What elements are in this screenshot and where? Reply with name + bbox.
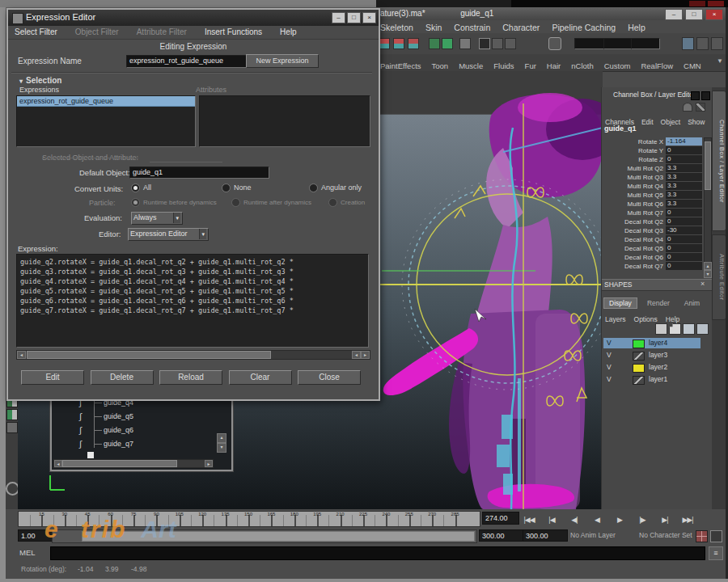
- attr-value[interactable]: 3.3: [666, 173, 702, 181]
- menu-pipeline-caching[interactable]: Pipeline Caching: [552, 21, 616, 34]
- outliner-hscrollbar[interactable]: ◂ ▸: [53, 459, 214, 468]
- attr-value[interactable]: 0: [666, 235, 702, 243]
- input-field-z[interactable]: [631, 38, 660, 49]
- attr-value[interactable]: -1.164: [666, 137, 702, 146]
- tab-attribute-editor[interactable]: Attribute Editor: [712, 234, 726, 320]
- attributes-list[interactable]: [199, 95, 370, 147]
- snap-grid-icon[interactable]: [379, 38, 390, 49]
- tab-display[interactable]: Display: [603, 297, 637, 309]
- layer-item-layer1[interactable]: Vlayer1: [603, 374, 700, 385]
- attr-value[interactable]: 3.3: [666, 182, 702, 190]
- render-settings-icon[interactable]: [505, 38, 516, 49]
- command-line-input[interactable]: [50, 546, 705, 560]
- menu-skeleton[interactable]: Skeleton: [380, 21, 413, 34]
- script-editor-icon[interactable]: ≡: [709, 546, 723, 560]
- panel-toggle-icon[interactable]: [711, 37, 723, 50]
- cb-menu-object[interactable]: Object: [661, 118, 681, 126]
- snap-curve-icon[interactable]: [393, 38, 404, 49]
- new-layer-icon[interactable]: [669, 323, 681, 335]
- expression-editor-titlebar[interactable]: Expression Editor –□×: [8, 10, 379, 26]
- radio-runtime-after-dynamics[interactable]: Runtime after dynamics: [231, 198, 328, 207]
- scroll-right-icon[interactable]: ▸: [205, 460, 213, 467]
- radio-creation[interactable]: Creation: [328, 198, 377, 207]
- pin-icon[interactable]: [683, 103, 692, 112]
- delete-button[interactable]: Delete: [91, 370, 154, 385]
- new-layer-selected-icon[interactable]: [683, 323, 695, 335]
- close-button[interactable]: Close: [298, 370, 361, 385]
- layer-menu-layers[interactable]: Layers: [605, 315, 626, 323]
- reload-button[interactable]: Reload: [159, 370, 222, 385]
- layer-color-swatch[interactable]: [633, 352, 645, 361]
- cb-menu-edit[interactable]: Edit: [641, 118, 654, 126]
- shelf-tab-hair[interactable]: Hair: [547, 61, 561, 70]
- attr-value[interactable]: 0: [666, 155, 702, 163]
- layer-menu-options[interactable]: Options: [634, 315, 658, 323]
- outliner-partial-item-icon[interactable]: [87, 452, 94, 458]
- menu-help[interactable]: Help: [628, 21, 645, 34]
- radio-runtime-before-dynamics[interactable]: Runtime before dynamics: [131, 198, 231, 207]
- tab-anim[interactable]: Anim: [679, 298, 705, 308]
- go-to-start-button[interactable]: |◀◀: [518, 513, 540, 526]
- sidebar-toggle-icon[interactable]: [682, 37, 694, 50]
- panel-dock-icon[interactable]: [691, 91, 700, 100]
- attr-value[interactable]: 3.3: [666, 164, 702, 172]
- render-icon[interactable]: [479, 38, 490, 49]
- ee-minimize-button[interactable]: –: [332, 12, 345, 23]
- outliner-item-guide_q6[interactable]: ∫guide_q6: [52, 424, 231, 437]
- attr-value[interactable]: 0: [666, 209, 702, 217]
- attr-value[interactable]: 3.3: [666, 191, 702, 199]
- layer-visibility-toggle[interactable]: V: [607, 374, 612, 385]
- layer-item-layer4[interactable]: Vlayer4: [603, 338, 700, 348]
- step-back-key-button[interactable]: |◀: [540, 513, 563, 526]
- character-set-selector[interactable]: No Character Set: [639, 531, 692, 539]
- ee-menu-select-filter[interactable]: Select Filter: [15, 26, 57, 39]
- snap-point-icon[interactable]: [408, 38, 419, 49]
- go-to-end-button[interactable]: ▶▶|: [676, 513, 699, 526]
- radio-none[interactable]: None: [222, 183, 309, 192]
- attr-value[interactable]: 3.3: [666, 200, 702, 208]
- manipulator-link-icon[interactable]: [696, 103, 705, 112]
- cb-menu-show[interactable]: Show: [688, 118, 705, 126]
- maximize-button[interactable]: □: [685, 9, 703, 20]
- expression-list-item-selected[interactable]: expression_rot_guide_queue: [17, 96, 195, 107]
- layer-item-layer2[interactable]: Vlayer2: [603, 362, 700, 373]
- shelf-tab-fur[interactable]: Fur: [525, 61, 536, 70]
- expression-text-area[interactable]: guide_q2.rotateX = guide_q1.decal_rot_q2…: [16, 254, 369, 348]
- ee-menu-help[interactable]: Help: [280, 26, 297, 39]
- radio-angular-only[interactable]: Angular only: [309, 183, 382, 192]
- shapes-header[interactable]: SHAPES ×: [602, 279, 713, 291]
- menu-skin[interactable]: Skin: [425, 21, 442, 34]
- play-backward-button[interactable]: ◀: [586, 513, 608, 526]
- shelf-tab-ncloth[interactable]: nCloth: [571, 61, 593, 70]
- close-button[interactable]: ×: [705, 9, 723, 20]
- layer-item-layer3[interactable]: Vlayer3: [603, 350, 700, 361]
- tool-icon[interactable]: [6, 409, 18, 420]
- scroll-down-icon[interactable]: ▾: [704, 270, 712, 278]
- empty-layer-icon[interactable]: [655, 323, 667, 335]
- scroll-right-icon[interactable]: ▸: [361, 351, 370, 359]
- range-end-field-a[interactable]: 300.00: [479, 529, 524, 542]
- outliner-item-guide_q7[interactable]: ∫guide_q7: [52, 437, 231, 451]
- outliner-item-guide_q5[interactable]: ∫guide_q5: [52, 410, 231, 424]
- selection-section-header[interactable]: ▾Selection: [19, 76, 61, 85]
- layout-toggle-icon[interactable]: [696, 37, 709, 50]
- ee-close-button[interactable]: ×: [362, 12, 376, 23]
- layer-visibility-toggle[interactable]: V: [607, 362, 612, 373]
- layer-color-swatch[interactable]: [633, 376, 645, 385]
- minimize-button[interactable]: –: [665, 9, 683, 20]
- command-line-label[interactable]: MEL: [19, 548, 36, 557]
- file-icon[interactable]: [459, 38, 471, 49]
- tab-channel-box-layer-editor[interactable]: Channel Box / Layer Editor: [712, 91, 726, 231]
- ee-menu-insert-functions[interactable]: Insert Functions: [205, 26, 262, 39]
- outliner-panel[interactable]: ∫guide_q4∫guide_q5∫guide_q6∫guide_q7 ◂ ▸…: [50, 393, 233, 471]
- ipr-icon[interactable]: [492, 38, 503, 49]
- scroll-down-icon[interactable]: ▾: [217, 443, 226, 453]
- scroll-up-icon[interactable]: ▴: [217, 433, 226, 443]
- step-back-frame-button[interactable]: ◀|: [563, 513, 586, 526]
- edit-button[interactable]: Edit: [21, 370, 84, 385]
- shelf-tab-cmn[interactable]: CMN: [684, 61, 701, 70]
- shelf-tab-fluids[interactable]: Fluids: [493, 61, 514, 70]
- shelf-tab-custom[interactable]: Custom: [604, 61, 631, 70]
- clear-button[interactable]: Clear: [229, 370, 292, 385]
- current-time-field[interactable]: 274.00: [482, 512, 519, 525]
